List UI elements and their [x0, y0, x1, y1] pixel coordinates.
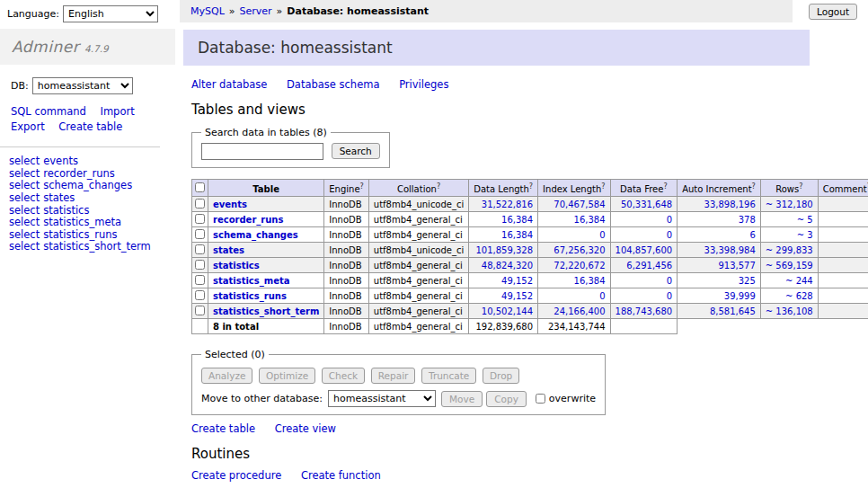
bulk-action-button[interactable]: Repair	[371, 368, 416, 384]
breadcrumb-link[interactable]: MySQL	[190, 5, 225, 17]
search-input[interactable]	[201, 143, 323, 160]
sidebar-select-link[interactable]: select	[9, 167, 40, 180]
data-length-link[interactable]: 16,384	[501, 230, 533, 240]
sidebar-select-link[interactable]: select	[9, 191, 40, 204]
db-nav-link[interactable]: Alter database	[191, 78, 267, 91]
rows-link[interactable]: ~ 3	[797, 230, 813, 240]
routine-link[interactable]: Create function	[301, 469, 381, 482]
check-all-checkbox[interactable]	[195, 182, 205, 192]
language-select[interactable]: English	[63, 5, 158, 22]
sidebar-select-link[interactable]: select	[9, 179, 40, 191]
copy-button[interactable]: Copy	[486, 391, 527, 407]
sidebar-table-link[interactable]: events	[43, 155, 78, 167]
row-checkbox[interactable]	[195, 244, 205, 254]
sidebar-select-link[interactable]: select	[9, 228, 40, 241]
move-button[interactable]: Move	[441, 391, 483, 407]
row-checkbox[interactable]	[195, 260, 205, 270]
bulk-action-button[interactable]: Optimize	[259, 368, 315, 384]
routine-link[interactable]: Create procedure	[191, 469, 281, 482]
overwrite-label[interactable]: overwrite	[549, 393, 596, 404]
sidebar-action-link[interactable]: SQL command	[11, 105, 86, 118]
search-button[interactable]: Search	[332, 143, 380, 159]
bulk-action-button[interactable]: Check	[322, 368, 365, 384]
data-length-link[interactable]: 101,859,328	[475, 245, 533, 255]
logout-button[interactable]: Logout	[809, 4, 857, 20]
auto-increment-link[interactable]: 39,999	[724, 291, 756, 301]
index-length-link[interactable]: 16,384	[574, 276, 606, 286]
sidebar-table-link[interactable]: statistics_runs	[43, 228, 117, 241]
table-name-link[interactable]: schema_changes	[213, 230, 298, 240]
create-link[interactable]: Create table	[191, 422, 255, 435]
rows-link[interactable]: ~ 5	[797, 215, 813, 225]
rows-link[interactable]: ~ 299,833	[766, 245, 813, 255]
auto-increment-link[interactable]: 913,577	[718, 261, 755, 271]
data-free-link[interactable]: 188,743,680	[616, 306, 673, 316]
data-free-link[interactable]: 0	[667, 215, 672, 225]
sidebar-table-link[interactable]: statistics_short_term	[43, 240, 151, 253]
sidebar-select-link[interactable]: select	[9, 216, 40, 228]
auto-increment-link[interactable]: 33,398,984	[704, 245, 756, 255]
sidebar-action-link[interactable]: Import	[100, 105, 134, 118]
data-free-link[interactable]: 50,331,648	[621, 200, 672, 209]
index-length-link[interactable]: 16,384	[574, 215, 606, 225]
auto-increment-link[interactable]: 325	[739, 276, 756, 286]
table-name-link[interactable]: events	[213, 200, 247, 209]
rows-link[interactable]: ~ 628	[785, 291, 813, 301]
table-name-link[interactable]: statistics_meta	[213, 276, 289, 286]
bulk-action-button[interactable]: Analyze	[201, 368, 252, 384]
row-checkbox[interactable]	[195, 199, 205, 209]
data-length-link[interactable]: 16,384	[501, 215, 533, 225]
rows-link[interactable]: ~ 312,180	[766, 200, 813, 209]
data-free-link[interactable]: 104,857,600	[616, 245, 673, 255]
overwrite-checkbox[interactable]	[536, 394, 545, 404]
sidebar-table-link[interactable]: statistics	[43, 204, 89, 217]
data-free-link[interactable]: 6,291,456	[626, 261, 672, 271]
sidebar-table-link[interactable]: schema_changes	[43, 179, 132, 191]
index-length-link[interactable]: 72,220,672	[554, 261, 605, 271]
move-db-select[interactable]: homeassistant	[328, 390, 436, 407]
row-checkbox[interactable]	[195, 214, 205, 224]
data-length-link[interactable]: 48,824,320	[482, 261, 533, 271]
table-name-link[interactable]: statistics_runs	[213, 291, 287, 301]
rows-link[interactable]: ~ 244	[785, 276, 813, 286]
data-length-link[interactable]: 49,152	[501, 291, 533, 301]
row-checkbox[interactable]	[195, 290, 205, 300]
db-nav-link[interactable]: Database schema	[287, 78, 379, 91]
index-length-link[interactable]: 0	[599, 230, 605, 240]
rows-link[interactable]: ~ 136,108	[766, 306, 813, 316]
data-free-link[interactable]: 0	[667, 230, 672, 240]
auto-increment-link[interactable]: 378	[739, 215, 756, 225]
data-free-link[interactable]: 0	[667, 291, 672, 301]
breadcrumb-link[interactable]: Server	[240, 5, 272, 17]
sidebar-table-link[interactable]: states	[43, 191, 75, 204]
table-name-link[interactable]: statistics_short_term	[213, 306, 319, 316]
sidebar-table-link[interactable]: statistics_meta	[43, 216, 121, 228]
bulk-action-button[interactable]: Truncate	[421, 368, 476, 384]
auto-increment-link[interactable]: 33,898,196	[704, 200, 756, 209]
auto-increment-link[interactable]: 6	[749, 230, 755, 240]
create-link[interactable]: Create view	[275, 422, 336, 435]
data-free-link[interactable]: 0	[667, 276, 672, 286]
db-select[interactable]: homeassistant	[32, 77, 133, 94]
row-checkbox[interactable]	[195, 275, 205, 285]
index-length-link[interactable]: 67,256,320	[554, 245, 605, 255]
sidebar-select-link[interactable]: select	[9, 240, 40, 253]
table-name-link[interactable]: states	[213, 245, 244, 255]
data-length-link[interactable]: 10,502,144	[482, 306, 533, 316]
bulk-action-button[interactable]: Drop	[483, 368, 519, 384]
index-length-link[interactable]: 0	[599, 291, 605, 301]
table-name-link[interactable]: statistics	[213, 261, 260, 271]
db-nav-link[interactable]: Privileges	[399, 78, 448, 91]
sidebar-action-link[interactable]: Create table	[58, 120, 122, 133]
table-name-link[interactable]: recorder_runs	[213, 215, 283, 225]
data-length-link[interactable]: 49,152	[501, 276, 533, 286]
index-length-link[interactable]: 24,166,400	[554, 306, 605, 316]
auto-increment-link[interactable]: 8,581,645	[710, 306, 756, 316]
data-length-link[interactable]: 31,522,816	[482, 200, 533, 209]
sidebar-select-link[interactable]: select	[9, 155, 40, 167]
sidebar-select-link[interactable]: select	[9, 204, 40, 217]
rows-link[interactable]: ~ 569,159	[766, 261, 813, 271]
sidebar-action-link[interactable]: Export	[11, 120, 45, 133]
row-checkbox[interactable]	[195, 229, 205, 239]
row-checkbox[interactable]	[195, 306, 205, 315]
